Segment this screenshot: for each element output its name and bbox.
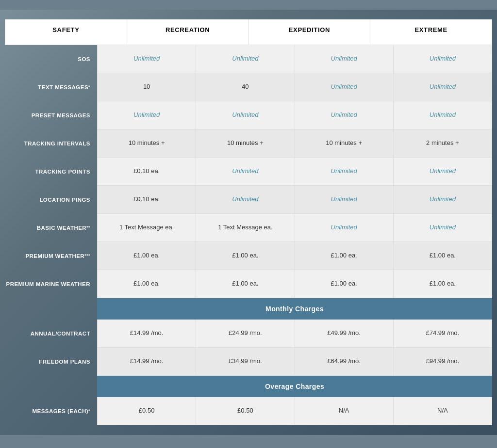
row-label: PRESET MESSAGES xyxy=(5,101,97,129)
table-cell: £0.10 ea. xyxy=(97,186,196,214)
row-cells: £14.99 /mo.£34.99 /mo.£64.99 /mo.£94.99 … xyxy=(97,348,492,376)
table-cell: Unlimited xyxy=(295,45,394,73)
table-cell: £1.00 ea. xyxy=(196,242,295,270)
row-cells: £1.00 ea.£1.00 ea.£1.00 ea.£1.00 ea. xyxy=(97,270,492,298)
table-row: TRACKING INTERVALS10 minutes +10 minutes… xyxy=(5,129,492,158)
table-cell: £74.99 /mo. xyxy=(394,320,492,348)
table-cell: Unlimited xyxy=(295,214,394,242)
table-cell: £1.00 ea. xyxy=(295,270,394,298)
row-cells: £0.10 ea.UnlimitedUnlimitedUnlimited xyxy=(97,186,492,214)
table-cell: £1.00 ea. xyxy=(394,270,492,298)
table-cell: Unlimited xyxy=(196,101,295,129)
pricing-table: SAFETY RECREATION EXPEDITION EXTREME SOS… xyxy=(5,19,492,425)
row-cells: UnlimitedUnlimitedUnlimitedUnlimited xyxy=(97,101,492,129)
table-cell: £64.99 /mo. xyxy=(295,348,394,376)
row-label: TRACKING POINTS xyxy=(5,158,97,186)
table-cell: £14.99 /mo. xyxy=(97,348,196,376)
row-cells: £0.10 ea.UnlimitedUnlimitedUnlimited xyxy=(97,158,492,186)
table-cell: 10 minutes + xyxy=(196,129,295,158)
table-cell: 1 Text Message ea. xyxy=(97,214,196,242)
table-row: ANNUAL/CONTRACT£14.99 /mo.£24.99 /mo.£49… xyxy=(5,320,492,348)
main-rows: SOSUnlimitedUnlimitedUnlimitedUnlimitedT… xyxy=(5,45,492,298)
table-cell: Unlimited xyxy=(295,186,394,214)
row-label: TRACKING INTERVALS xyxy=(5,129,97,158)
table-cell: £0.50 xyxy=(196,397,295,425)
table-cell: £1.00 ea. xyxy=(97,270,196,298)
table-cell: Unlimited xyxy=(196,158,295,186)
table-cell: £1.00 ea. xyxy=(394,242,492,270)
row-label: PREMIUM MARINE WEATHER xyxy=(5,270,97,298)
table-cell: £1.00 ea. xyxy=(97,242,196,270)
table-cell: £1.00 ea. xyxy=(295,242,394,270)
table-cell: Unlimited xyxy=(394,101,492,129)
table-cell: 10 minutes + xyxy=(295,129,394,158)
table-cell: £0.10 ea. xyxy=(97,158,196,186)
table-row: PREMIUM WEATHER***£1.00 ea.£1.00 ea.£1.0… xyxy=(5,242,492,270)
table-cell: 40 xyxy=(196,73,295,101)
table-cell: Unlimited xyxy=(196,45,295,73)
table-cell: Unlimited xyxy=(394,45,492,73)
row-cells: 1 Text Message ea.1 Text Message ea.Unli… xyxy=(97,214,492,242)
monthly-header-row: Monthly Charges xyxy=(5,298,492,320)
table-cell: £94.99 /mo. xyxy=(394,348,492,376)
table-cell: 10 xyxy=(97,73,196,101)
table-row: PRESET MESSAGESUnlimitedUnlimitedUnlimit… xyxy=(5,101,492,129)
row-label: SOS xyxy=(5,45,97,73)
table-cell: £1.00 ea. xyxy=(196,270,295,298)
row-cells: UnlimitedUnlimitedUnlimitedUnlimited xyxy=(97,45,492,73)
table-row: BASIC WEATHER**1 Text Message ea.1 Text … xyxy=(5,214,492,242)
overage-rows: MESSAGES (EACH)*£0.50£0.50N/AN/A xyxy=(5,397,492,425)
row-cells: £0.50£0.50N/AN/A xyxy=(97,397,492,425)
table-cell: 2 minutes + xyxy=(394,129,492,158)
row-label: FREEDOM PLANS xyxy=(5,348,97,376)
table-cell: £0.50 xyxy=(97,397,196,425)
table-row: LOCATION PINGS£0.10 ea.UnlimitedUnlimite… xyxy=(5,186,492,214)
table-cell: £34.99 /mo. xyxy=(196,348,295,376)
table-row: PREMIUM MARINE WEATHER£1.00 ea.£1.00 ea.… xyxy=(5,270,492,298)
row-cells: 10 minutes +10 minutes +10 minutes +2 mi… xyxy=(97,129,492,158)
overage-header-row: Overage Charges xyxy=(5,376,492,397)
col-header-expedition: EXPEDITION xyxy=(249,19,371,45)
header-row: SAFETY RECREATION EXPEDITION EXTREME xyxy=(5,19,492,45)
row-label: BASIC WEATHER** xyxy=(5,214,97,242)
table-cell: Unlimited xyxy=(295,101,394,129)
table-cell: Unlimited xyxy=(196,186,295,214)
page-wrapper: SAFETY RECREATION EXPEDITION EXTREME SOS… xyxy=(0,10,497,435)
overage-charges-header: Overage Charges xyxy=(97,376,492,397)
row-label: MESSAGES (EACH)* xyxy=(5,397,97,425)
table-cell: Unlimited xyxy=(394,186,492,214)
col-header-safety: SAFETY xyxy=(5,19,127,45)
table-row: TEXT MESSAGES*1040UnlimitedUnlimited xyxy=(5,73,492,101)
row-cells: 1040UnlimitedUnlimited xyxy=(97,73,492,101)
row-cells: £1.00 ea.£1.00 ea.£1.00 ea.£1.00 ea. xyxy=(97,242,492,270)
col-header-recreation: RECREATION xyxy=(127,19,249,45)
row-label: LOCATION PINGS xyxy=(5,186,97,214)
row-label: ANNUAL/CONTRACT xyxy=(5,320,97,348)
table-cell: £49.99 /mo. xyxy=(295,320,394,348)
table-cell: Unlimited xyxy=(295,158,394,186)
table-cell: Unlimited xyxy=(394,158,492,186)
table-cell: N/A xyxy=(295,397,394,425)
table-cell: 1 Text Message ea. xyxy=(196,214,295,242)
table-cell: N/A xyxy=(394,397,492,425)
col-header-extreme: EXTREME xyxy=(370,19,492,45)
table-cell: Unlimited xyxy=(394,73,492,101)
table-cell: Unlimited xyxy=(295,73,394,101)
table-cell: Unlimited xyxy=(97,45,196,73)
table-cell: £24.99 /mo. xyxy=(196,320,295,348)
table-cell: Unlimited xyxy=(394,214,492,242)
row-label: PREMIUM WEATHER*** xyxy=(5,242,97,270)
table-row: FREEDOM PLANS£14.99 /mo.£34.99 /mo.£64.9… xyxy=(5,348,492,376)
row-cells: £14.99 /mo.£24.99 /mo.£49.99 /mo.£74.99 … xyxy=(97,320,492,348)
row-label: TEXT MESSAGES* xyxy=(5,73,97,101)
table-row: MESSAGES (EACH)*£0.50£0.50N/AN/A xyxy=(5,397,492,425)
table-cell: 10 minutes + xyxy=(97,129,196,158)
monthly-rows: ANNUAL/CONTRACT£14.99 /mo.£24.99 /mo.£49… xyxy=(5,320,492,376)
table-row: SOSUnlimitedUnlimitedUnlimitedUnlimited xyxy=(5,45,492,73)
table-cell: £14.99 /mo. xyxy=(97,320,196,348)
monthly-charges-header: Monthly Charges xyxy=(97,298,492,320)
table-row: TRACKING POINTS£0.10 ea.UnlimitedUnlimit… xyxy=(5,158,492,186)
table-cell: Unlimited xyxy=(97,101,196,129)
